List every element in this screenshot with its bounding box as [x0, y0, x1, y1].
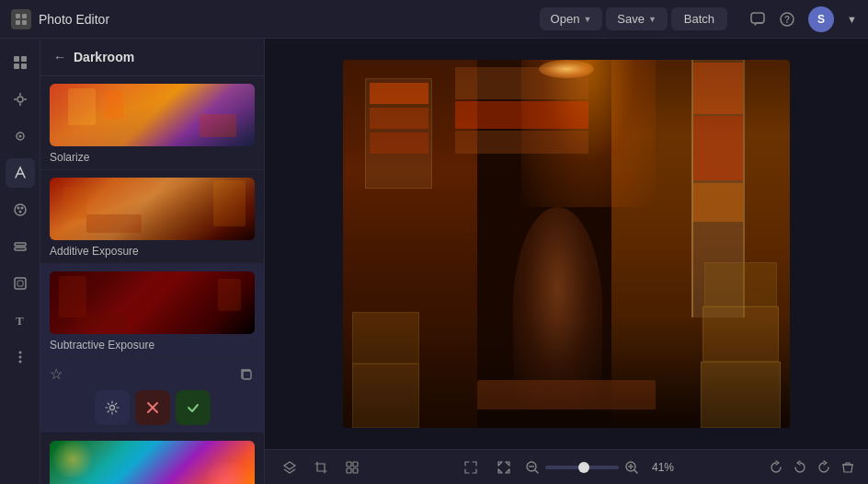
svg-point-28: [18, 356, 21, 359]
canvas-area: 41%: [265, 39, 868, 484]
sidebar-header: ← Darkroom: [40, 39, 264, 76]
svg-point-27: [18, 351, 21, 354]
sidebar-title: Darkroom: [74, 50, 134, 64]
grid-tool-icon[interactable]: [340, 455, 364, 479]
filter-action-buttons: [50, 390, 255, 425]
svg-point-17: [18, 135, 21, 138]
open-button[interactable]: Open ▼: [540, 7, 603, 30]
copy-button[interactable]: [238, 366, 255, 383]
avatar-chevron-icon[interactable]: ▼: [847, 14, 857, 25]
nav-palette-icon[interactable]: [6, 195, 35, 225]
filter-card-solarize[interactable]: Solarize: [40, 76, 264, 170]
filter-label-subtractive: Subtractive Exposure: [50, 339, 255, 351]
sidebar-items: Solarize Additive Exposure: [40, 76, 264, 484]
expand-icon[interactable]: [492, 455, 516, 479]
app-title: Photo Editor: [39, 12, 109, 27]
svg-text:T: T: [16, 314, 24, 328]
filter-action-bar: ☆: [40, 358, 264, 433]
photo-main: [343, 60, 790, 428]
zoom-out-button[interactable]: [525, 460, 540, 475]
svg-rect-4: [751, 13, 764, 23]
sidebar: ← Darkroom Solarize: [40, 39, 265, 484]
avatar[interactable]: S: [808, 6, 834, 32]
filter-thumb-solarize: [50, 84, 255, 146]
layers-tool-icon[interactable]: [278, 455, 302, 479]
svg-point-19: [17, 207, 19, 210]
batch-button[interactable]: Batch: [671, 7, 727, 30]
filter-action-top: ☆: [50, 365, 255, 383]
filter-label-solarize: Solarize: [50, 151, 255, 164]
filter-confirm-button[interactable]: [176, 390, 211, 425]
svg-rect-10: [21, 63, 27, 69]
filter-card-lightleaks[interactable]: Light Leaks: [40, 433, 264, 484]
svg-point-29: [18, 361, 21, 363]
svg-rect-34: [347, 468, 351, 473]
svg-rect-9: [14, 63, 19, 69]
logo-icon: [11, 9, 31, 29]
topbar-icons: ? S ▼: [749, 6, 857, 32]
zoom-thumb: [578, 462, 589, 473]
svg-point-20: [20, 207, 23, 210]
nav-more-icon[interactable]: [6, 342, 35, 372]
back-button[interactable]: ←: [53, 50, 66, 64]
svg-point-21: [18, 211, 21, 213]
svg-point-18: [15, 204, 26, 215]
crop-tool-icon[interactable]: [309, 455, 333, 479]
svg-text:?: ?: [784, 15, 790, 25]
svg-rect-24: [15, 278, 26, 289]
main-area: T ← Darkroom Solarize: [0, 39, 868, 484]
svg-rect-35: [353, 468, 358, 473]
help-button[interactable]: ?: [779, 11, 795, 28]
svg-rect-0: [16, 14, 20, 18]
favorite-button[interactable]: ☆: [50, 365, 63, 383]
svg-rect-23: [15, 248, 26, 250]
svg-rect-33: [353, 462, 358, 467]
zoom-in-button[interactable]: [624, 460, 639, 475]
save-chevron-icon: ▼: [648, 15, 657, 24]
svg-rect-32: [347, 462, 351, 467]
open-chevron-icon: ▼: [583, 15, 591, 24]
zoom-slider[interactable]: [545, 466, 619, 469]
left-nav: T: [0, 39, 40, 484]
svg-rect-22: [15, 243, 26, 246]
nav-effects-icon[interactable]: [6, 158, 35, 188]
svg-point-11: [17, 97, 23, 102]
nav-layers-icon[interactable]: [6, 232, 35, 261]
app-logo: Photo Editor: [11, 9, 109, 29]
top-action-group: Open ▼ Save ▼ Batch: [540, 7, 728, 30]
svg-rect-3: [22, 20, 27, 25]
svg-rect-2: [16, 20, 20, 25]
fit-screen-icon[interactable]: [459, 455, 483, 479]
redo-button[interactable]: [817, 460, 831, 475]
filter-card-subtractive[interactable]: Subtractive Exposure: [40, 264, 264, 358]
svg-line-42: [634, 470, 637, 473]
nav-view-icon[interactable]: [6, 121, 35, 151]
filter-thumb-subtractive: [50, 271, 255, 334]
canvas-content[interactable]: [265, 39, 868, 449]
canvas-tool-group-left: [278, 455, 364, 479]
filter-label-additive: Additive Exposure: [50, 245, 255, 258]
svg-rect-8: [21, 56, 27, 62]
svg-rect-7: [14, 56, 19, 62]
photo-container: [343, 60, 790, 428]
nav-adjustments-icon[interactable]: [6, 85, 35, 114]
svg-point-31: [109, 406, 114, 410]
canvas-toolbar: 41%: [265, 449, 868, 484]
nav-frames-icon[interactable]: [6, 269, 35, 298]
rotate-reset-button[interactable]: [769, 460, 783, 475]
filter-thumb-lightleaks: [50, 441, 255, 484]
save-button[interactable]: Save ▼: [606, 7, 668, 30]
zoom-controls: 41%: [525, 460, 674, 475]
filter-card-additive[interactable]: Additive Exposure: [40, 170, 264, 264]
svg-rect-25: [17, 281, 23, 286]
delete-button[interactable]: [840, 460, 855, 475]
svg-rect-1: [22, 14, 27, 18]
comments-button[interactable]: [749, 11, 766, 28]
svg-line-38: [535, 470, 538, 473]
filter-cancel-button[interactable]: [135, 390, 170, 425]
filter-settings-button[interactable]: [95, 390, 130, 425]
nav-text-icon[interactable]: T: [6, 305, 35, 335]
undo-button[interactable]: [793, 460, 807, 475]
nav-home-icon[interactable]: [6, 48, 35, 77]
right-toolbar-icons: [769, 460, 855, 475]
